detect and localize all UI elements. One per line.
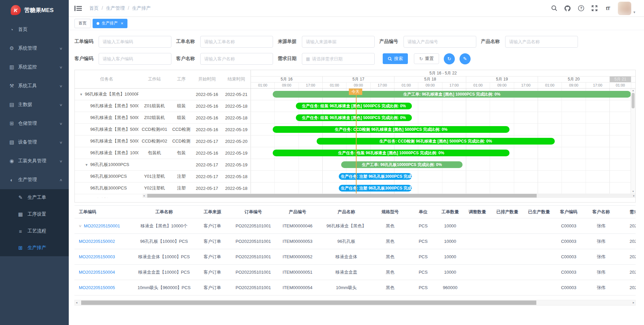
search-button[interactable]: 搜索 bbox=[383, 53, 408, 64]
scroll-up-icon[interactable]: ▴ bbox=[631, 89, 635, 93]
gantt-horizontal-scrollbar[interactable]: ◂ ▸ bbox=[143, 194, 635, 198]
sidebar-subitem[interactable]: ⊞ 生产排产 bbox=[0, 239, 69, 256]
task-name-cell[interactable]: 96孔移液盒【黑色】5000PCS bbox=[75, 115, 139, 121]
text-input[interactable] bbox=[312, 56, 371, 61]
text-input[interactable] bbox=[204, 39, 269, 44]
search-icon[interactable] bbox=[551, 5, 557, 12]
breadcrumb-item[interactable]: 生产排产 bbox=[132, 5, 151, 11]
sidebar-item[interactable]: ▧ 设备管理 ∨ bbox=[0, 133, 69, 152]
filter-row-2: 客户编码 客户名称 需求日期 bbox=[74, 53, 638, 65]
table-column-header: 已生产数量 bbox=[523, 209, 555, 215]
gantt-vertical-scrollbar[interactable]: ▴ ▾ bbox=[631, 89, 635, 194]
gantt-row: 96孔移液盒【黑色】5000PCS Z02组装机 组装 2022-05-16 2… bbox=[75, 112, 635, 124]
cell-value: 黑色 bbox=[386, 285, 394, 290]
text-input[interactable] bbox=[204, 56, 269, 61]
cell-value: 张伟 bbox=[597, 270, 605, 275]
sidebar-item[interactable]: ▥ 系统监控 ∨ bbox=[0, 58, 69, 76]
task-name-cell[interactable]: 96孔孔板3000PCS bbox=[75, 173, 139, 179]
sidebar-item[interactable]: ◐ 生产管理 ∧ bbox=[0, 170, 69, 189]
breadcrumb-item[interactable]: 生产管理 bbox=[106, 5, 132, 11]
table-row[interactable]: MO202205150005 10mm吸头【960000】PCS 客户订单 PO… bbox=[74, 280, 636, 295]
expand-caret-icon[interactable]: ▼ bbox=[79, 93, 83, 96]
svg-text:?: ? bbox=[580, 6, 582, 10]
task-name-cell[interactable]: 96孔移液盒【黑色】5000PCS bbox=[75, 103, 139, 109]
row-expand-icon[interactable]: ∨ bbox=[78, 224, 82, 228]
table-cell: PCS bbox=[409, 285, 437, 290]
close-icon[interactable]: × bbox=[121, 21, 123, 25]
task-name-cell[interactable]: 96孔孔板3000PCS bbox=[75, 197, 139, 198]
avatar[interactable] bbox=[618, 2, 631, 15]
sidebar-item[interactable]: ▤ 主数据 ∨ bbox=[0, 95, 69, 114]
gantt-bar[interactable]: 生产工单: 96孔孔板10000PCS 完成比例: 0% bbox=[341, 161, 463, 168]
table-row[interactable]: MO202205150003 移液盒盒体【10000】PCS 客户订单 PO20… bbox=[74, 249, 636, 265]
gantt-bar[interactable]: 生产工单: 96孔移液盒 [黑色] 10000PCS 完成比例: 0% bbox=[273, 91, 631, 98]
sidebar-item[interactable]: ◔ 首页 bbox=[0, 20, 69, 39]
task-name-cell[interactable]: 96孔移液盒【黑色】5000PCS bbox=[75, 138, 139, 144]
scrollbar-thumb[interactable] bbox=[81, 301, 536, 305]
table-row[interactable]: MO202205150004 移液盒盒盖【10000】PCS 客户订单 PO20… bbox=[74, 265, 636, 280]
refresh-round-button[interactable]: ↻ bbox=[444, 53, 455, 64]
reset-button[interactable]: ↻ 重置 bbox=[414, 53, 439, 64]
task-name-cell[interactable]: 96孔移液盒【黑色】10000PCS bbox=[75, 150, 139, 156]
scroll-left-icon[interactable]: ◂ bbox=[76, 300, 77, 305]
gantt-bar[interactable]: 生产任务: 注塑 96孔孔板3000PCS 完成比例: 0% bbox=[339, 185, 412, 192]
scroll-right-icon[interactable]: ▸ bbox=[633, 194, 635, 198]
gantt-bar[interactable]: 生产任务: 注塑 96孔孔板3000PCS 完成比例: 0% bbox=[339, 173, 412, 180]
collapse-menu-icon[interactable] bbox=[74, 5, 82, 11]
text-input[interactable] bbox=[306, 39, 371, 44]
gantt-bar[interactable]: 生产任务: 组装 96孔移液盒 [黑色] 5000PCS 完成比例: 0% bbox=[296, 114, 412, 121]
table-cell: 黑色 bbox=[371, 254, 409, 260]
process-cell: 注塑 bbox=[170, 185, 192, 191]
scroll-left-icon[interactable]: ◂ bbox=[143, 194, 145, 198]
text-input[interactable] bbox=[408, 39, 472, 44]
table-cell: 2022 bbox=[620, 285, 636, 290]
edit-round-button[interactable]: ✎ bbox=[460, 53, 471, 64]
text-input[interactable] bbox=[103, 56, 167, 61]
gantt-bar[interactable]: 生产任务: 组装 96孔移液盒 [黑色] 5000PCS 完成比例: 0% bbox=[296, 103, 412, 109]
breadcrumb-item[interactable]: 首页 bbox=[89, 5, 106, 11]
cell-value: MO202205150001 bbox=[84, 223, 120, 228]
field-label: 来源单据 bbox=[278, 39, 299, 45]
start-time-cell: 2022-05-17 bbox=[192, 139, 222, 144]
gantt-bar[interactable]: 生产任务: CCD检测 96孔移液盒 [黑色] 5000PCS 完成比例: 0% bbox=[273, 126, 509, 133]
task-name-cell[interactable]: 96孔移液盒【黑色】5000PCS bbox=[75, 126, 139, 132]
cell-value: 黑色 bbox=[386, 254, 394, 259]
scroll-right-icon[interactable]: ▸ bbox=[633, 300, 634, 305]
view-tab[interactable]: 首页 bbox=[74, 19, 91, 28]
gantt-bar[interactable]: 生产任务: CCD检测 96孔移液盒 [黑色] 5000PCS 完成比例: 0% bbox=[317, 138, 555, 145]
field-label: 需求日期 bbox=[278, 56, 299, 62]
view-tab[interactable]: 生产排产 × bbox=[93, 19, 127, 28]
gantt-column-header: 工序 bbox=[170, 76, 192, 82]
gantt-bar[interactable]: 生产任务: 包装 96孔移液盒 [黑色] 10000PCS 完成比例: 0% bbox=[273, 150, 509, 156]
text-input[interactable] bbox=[509, 39, 574, 44]
help-icon[interactable]: ? bbox=[578, 5, 584, 12]
user-menu[interactable]: ▾ bbox=[618, 2, 635, 15]
sidebar-subitem[interactable]: ≡ 工艺流程 bbox=[0, 223, 69, 239]
sidebar-subitem[interactable]: ▦ 工序设置 bbox=[0, 206, 69, 223]
github-icon[interactable] bbox=[564, 5, 571, 12]
gantt-row: 96孔移液盒【黑色】5000PCS CCD检测#01 CCD检测 2022-05… bbox=[75, 124, 635, 136]
scrollbar-thumb[interactable] bbox=[147, 194, 537, 198]
chevron-icon: ∨ bbox=[59, 103, 62, 107]
table-horizontal-scrollbar[interactable]: ◂ ▸ bbox=[74, 300, 636, 306]
table-row[interactable]: ∨ MO202205150001 移液盒【黑色】10000个 客户订单 PO20 bbox=[74, 218, 636, 234]
expand-caret-icon[interactable]: ▼ bbox=[85, 163, 88, 167]
sidebar-item[interactable]: ⚒ 系统工具 ∨ bbox=[0, 76, 69, 95]
sidebar-subitem[interactable]: ✎ 生产工单 bbox=[0, 189, 69, 206]
text-input[interactable] bbox=[103, 39, 167, 44]
sidebar-item[interactable]: ⚙ 系统管理 ∨ bbox=[0, 39, 69, 58]
task-name-cell[interactable]: ▼ 96孔孔板10000PCS bbox=[75, 162, 139, 168]
task-name-cell[interactable]: ▼ 96孔移液盒【黑色】10000PCS bbox=[75, 91, 139, 97]
font-size-icon[interactable]: tT bbox=[604, 5, 611, 12]
sidebar-item[interactable]: ◉ 工装夹具管理 ∨ bbox=[0, 152, 69, 170]
table-row[interactable]: MO202205150002 96孔孔板【10000】PCS 客户订单 PO20… bbox=[74, 234, 636, 249]
table-column-header: 工单编码 bbox=[74, 209, 137, 215]
scroll-down-icon[interactable]: ▾ bbox=[631, 189, 635, 194]
view-tab-label: 生产排产 bbox=[102, 20, 118, 26]
scrollbar-thumb[interactable] bbox=[632, 93, 635, 108]
task-name-cell[interactable]: 96孔孔板3000PCS bbox=[75, 185, 139, 191]
cell-value: PCS bbox=[419, 270, 428, 275]
fullscreen-icon[interactable] bbox=[591, 5, 598, 12]
start-time-cell: 2022-05-16 bbox=[192, 104, 222, 109]
sidebar-item[interactable]: ⊞ 仓储管理 ∨ bbox=[0, 114, 69, 133]
